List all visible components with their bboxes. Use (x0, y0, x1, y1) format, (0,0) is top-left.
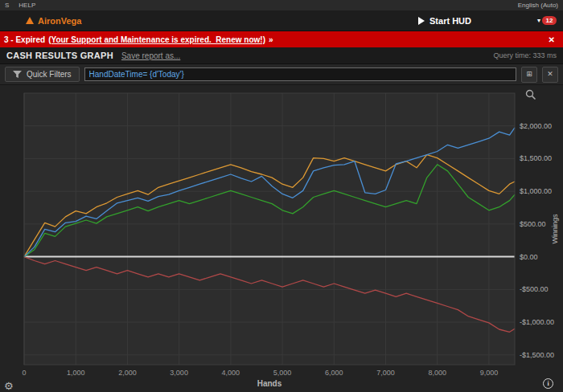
notification-badge: 12 (542, 16, 557, 25)
svg-text:9,000: 9,000 (480, 369, 499, 377)
svg-text:$0.00: $0.00 (520, 253, 538, 261)
results-chart: 01,0002,0003,0004,0005,0006,0007,0008,00… (0, 85, 563, 392)
settings-gear-icon[interactable]: ⚙ (4, 381, 14, 391)
menu-item-help[interactable]: HELP (18, 2, 35, 9)
app-window: S HELP English (Auto) AironVega Start HU… (0, 0, 563, 392)
filter-bar: Quick Filters ⊞ ✕ (0, 64, 563, 85)
svg-text:7,000: 7,000 (376, 369, 395, 377)
svg-text:0: 0 (22, 369, 26, 377)
expired-text: 3 - Expired (4, 35, 45, 44)
filter-expression-input[interactable] (84, 67, 516, 81)
filter-clear-button[interactable]: ✕ (542, 67, 558, 83)
notifications-button[interactable]: ▾ 12 (537, 16, 557, 25)
chevron-down-icon: ▾ (537, 17, 540, 24)
main-toolbar: AironVega Start HUD ▾ 12 (0, 10, 563, 31)
brand-icon (26, 17, 34, 24)
svg-text:$2,000.00: $2,000.00 (520, 122, 552, 130)
zoom-icon[interactable] (525, 89, 536, 104)
report-header: CASH RESULTS GRAPH Save report as... Que… (0, 47, 563, 64)
brand: AironVega (26, 16, 81, 26)
play-icon (418, 17, 425, 25)
menu-strip: S HELP English (Auto) (0, 0, 563, 10)
svg-text:2,000: 2,000 (118, 369, 137, 377)
save-report-link[interactable]: Save report as... (121, 51, 180, 60)
svg-text:$1,500.00: $1,500.00 (520, 154, 552, 162)
banner-more-icon[interactable]: » (269, 35, 273, 44)
svg-text:$500.00: $500.00 (520, 220, 546, 228)
info-icon[interactable]: i (543, 378, 553, 389)
start-hud-button[interactable]: Start HUD (418, 16, 471, 26)
svg-text:-$500.00: -$500.00 (520, 285, 549, 293)
svg-text:3,000: 3,000 (170, 369, 188, 377)
svg-text:1,000: 1,000 (67, 369, 85, 377)
svg-text:5,000: 5,000 (273, 369, 292, 377)
svg-text:6,000: 6,000 (325, 369, 343, 377)
results-chart-area: 01,0002,0003,0004,0005,0006,0007,0008,00… (0, 85, 563, 392)
menu-item-partial[interactable]: S (5, 2, 9, 9)
quick-filters-button[interactable]: Quick Filters (5, 67, 80, 82)
funnel-icon (13, 70, 22, 79)
svg-text:8,000: 8,000 (428, 369, 446, 377)
query-time: Query time: 333 ms (493, 51, 557, 59)
banner-close-icon[interactable]: ✕ (545, 35, 559, 44)
svg-text:$1,000.00: $1,000.00 (520, 187, 552, 195)
quick-filters-label: Quick Filters (27, 70, 72, 79)
svg-text:4,000: 4,000 (222, 369, 240, 377)
svg-text:Hands: Hands (257, 379, 282, 388)
start-hud-label: Start HUD (429, 16, 471, 26)
renew-link[interactable]: (Your Support and Maintenance is expired… (48, 35, 265, 44)
language-selector[interactable]: English (Auto) (518, 2, 558, 9)
svg-text:Winnings: Winnings (551, 214, 559, 244)
filter-apply-button[interactable]: ⊞ (521, 67, 537, 83)
brand-name: AironVega (38, 16, 81, 26)
page-title: CASH RESULTS GRAPH (6, 51, 113, 60)
svg-text:-$1,000.00: -$1,000.00 (520, 318, 554, 326)
expired-banner: 3 - Expired (Your Support and Maintenanc… (0, 31, 563, 47)
svg-text:-$1,500.00: -$1,500.00 (520, 351, 554, 359)
